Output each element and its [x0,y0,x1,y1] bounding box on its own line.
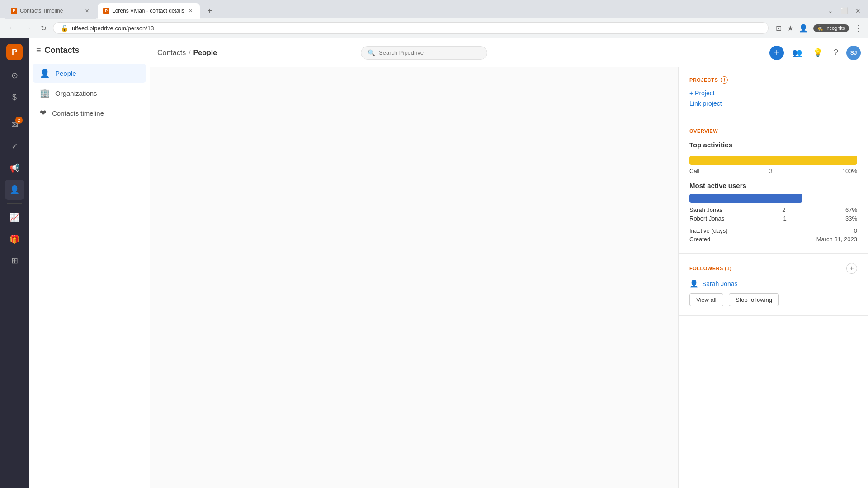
search-input[interactable] [379,49,469,56]
people-icon: 👤 [40,68,50,78]
robert-jonas-row: Robert Jonas 1 33% [689,215,857,222]
browser-chrome: P Contacts Timeline ✕ P Lorens Vivian - … [0,0,868,38]
view-all-button[interactable]: View all [689,293,723,306]
projects-title-text: PROJECTS [689,77,718,83]
call-count: 3 [769,168,772,174]
contacts-timeline-icon: ❤ [40,108,47,118]
call-label: Call [689,168,699,174]
window-controls: ⌄ ⬜ ✕ [826,5,863,16]
tab-2[interactable]: P Lorens Vivian - contact details ✕ [98,3,200,19]
cast-icon[interactable]: ⊡ [776,24,782,33]
inbox-badge: 2 [15,117,23,124]
follower-name-link[interactable]: Sarah Jonas [702,280,738,287]
incognito-icon: 🕵 [817,25,823,31]
rail-divider-1 [7,111,22,111]
tab-2-title: Lorens Vivian - contact details [112,8,184,14]
incognito-label: Incognito [825,25,845,31]
followers-title-text: FOLLOWERS (1) [689,266,731,271]
rail-item-reports[interactable]: 📈 [5,207,24,227]
add-project-button[interactable]: + Project [689,89,715,97]
most-active-bar-container [689,194,857,203]
search-icon: 🔍 [368,49,375,56]
overview-title: OVERVIEW [689,128,857,134]
rail-item-apps[interactable]: ⊞ [5,251,24,271]
rail-item-activities[interactable]: ✓ [5,136,24,156]
follower-actions: View all Stop following [689,293,857,306]
sidebar: ≡ Contacts 👤 People 🏢 Organizations ❤ Co… [29,38,150,488]
bookmark-icon[interactable]: ★ [787,24,793,33]
sarah-jonas-name: Sarah Jonas [689,206,722,213]
link-project-button[interactable]: Link project [689,100,722,107]
hamburger-icon[interactable]: ≡ [36,46,41,55]
search-bar[interactable]: 🔍 [361,46,487,60]
address-bar[interactable]: 🔒 uifeed.pipedrive.com/person/13 [53,22,769,34]
avatar[interactable]: SJ [846,46,861,60]
breadcrumb-parent[interactable]: Contacts [157,49,186,57]
yellow-bar-fill [689,156,857,165]
app-logo[interactable]: P [6,44,23,60]
robert-jonas-pct: 33% [845,215,857,222]
rail-item-deals[interactable]: $ [5,87,24,107]
rail-item-inbox[interactable]: ✉ 2 [5,115,24,135]
followers-count: 1 [727,266,730,271]
sidebar-nav: 👤 People 🏢 Organizations ❤ Contacts time… [29,59,150,488]
blue-bar-fill [689,194,802,203]
profile-icon[interactable]: 👤 [799,24,808,33]
add-follower-button[interactable]: + [846,263,857,274]
blue-bar-track [689,194,857,203]
rail-item-products[interactable]: 🎁 [5,229,24,249]
breadcrumb: Contacts / People [157,49,217,57]
sarah-jonas-count: 2 [782,206,785,213]
organizations-icon: 🏢 [40,88,50,98]
incognito-badge: 🕵 Incognito [813,24,849,32]
minimize-icon[interactable]: ⌄ [826,5,835,16]
sidebar-item-people[interactable]: 👤 People [33,64,146,83]
add-button[interactable]: + [769,46,784,60]
created-row: Created March 31, 2023 [689,236,857,243]
tab-2-favicon: P [103,8,109,14]
followers-title: FOLLOWERS (1) [689,266,731,271]
stop-following-button[interactable]: Stop following [729,293,779,306]
rail-item-home[interactable]: ⊙ [5,66,24,85]
icon-rail: P ⊙ $ ✉ 2 ✓ 📢 👤 📈 🎁 ⊞ [0,38,29,488]
inactive-days-label: Inactive (days) [689,227,728,234]
sidebar-header: ≡ Contacts [29,38,150,59]
new-tab-button[interactable]: + [203,5,216,17]
sidebar-title: Contacts [45,46,80,55]
followers-section-header: FOLLOWERS (1) + [689,263,857,274]
browser-menu-icon[interactable]: ⋮ [854,23,863,33]
top-header: Contacts / People 🔍 + 👥 💡 ? SJ [150,38,868,67]
tab-1-close[interactable]: ✕ [83,7,90,14]
main-area: Contacts / People 🔍 + 👥 💡 ? SJ [150,38,868,488]
projects-info-icon[interactable]: i [721,76,728,84]
inactive-days-row: Inactive (days) 0 [689,227,857,234]
projects-section-header: PROJECTS i [689,76,857,84]
sidebar-item-contacts-timeline[interactable]: ❤ Contacts timeline [33,103,146,122]
sidebar-item-organizations[interactable]: 🏢 Organizations [33,84,146,103]
reload-button[interactable]: ↻ [38,22,49,34]
contacts-icon[interactable]: 👥 [789,45,805,61]
most-active-title: Most active users [689,182,857,189]
breadcrumb-current: People [193,49,217,57]
address-bar-row: ← → ↻ 🔒 uifeed.pipedrive.com/person/13 ⊡… [0,18,868,38]
help-icon[interactable]: ? [831,45,841,60]
rail-item-campaigns[interactable]: 📢 [5,158,24,178]
lightbulb-icon[interactable]: 💡 [810,45,826,61]
forward-button[interactable]: → [22,22,34,34]
tab-2-close[interactable]: ✕ [187,7,194,14]
close-window-icon[interactable]: ✕ [854,5,863,16]
overview-section: OVERVIEW Top activities Call 3 100% Most… [679,119,868,254]
back-button[interactable]: ← [5,22,18,34]
main-content [150,67,678,488]
sarah-jonas-pct: 67% [845,206,857,213]
follower-item: 👤 Sarah Jonas [689,279,857,288]
tab-1[interactable]: P Contacts Timeline ✕ [5,3,96,19]
created-value: March 31, 2023 [816,236,857,243]
follower-person-icon: 👤 [689,279,698,288]
rail-divider-2 [7,203,22,204]
maximize-icon[interactable]: ⬜ [839,5,850,16]
call-pct: 100% [842,168,857,174]
rail-item-contacts[interactable]: 👤 [5,180,24,200]
tab-1-title: Contacts Timeline [20,8,80,14]
followers-section: FOLLOWERS (1) + 👤 Sarah Jonas View all S… [679,254,868,316]
